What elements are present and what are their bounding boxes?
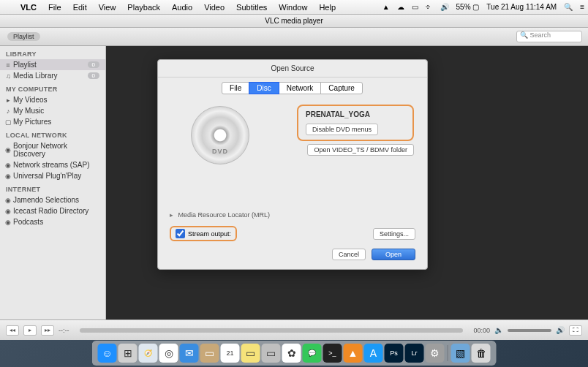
tab-disc[interactable]: Disc [249,82,279,94]
sidebar-section: INTERNET [0,181,105,194]
dock-preview[interactable]: ▭ [262,344,281,363]
sidebar-item[interactable]: ♫Media Library0 [0,70,105,81]
next-button[interactable]: ▸▸ [41,325,54,336]
volume-icon[interactable]: 🔊 [437,3,453,11]
menu-file[interactable]: File [42,3,67,12]
menu-extras-icon[interactable]: ≡ [576,3,588,11]
dvd-disc-icon: DVD [191,106,249,164]
sidebar-badge: 0 [88,72,99,79]
sidebar-item[interactable]: ◉Universal Plug'n'Play [0,170,105,181]
menu-view[interactable]: View [93,3,122,12]
sidebar-item[interactable]: ◉Jamendo Selections [0,194,105,205]
tab-capture[interactable]: Capture [320,82,363,94]
dock-settings[interactable]: ⚙ [426,344,445,363]
sidebar-icon: ◉ [4,162,12,169]
disc-info-box: PRENATAL_YOGA Disable DVD menus [297,105,414,141]
menubar: VLC FileEditViewPlaybackAudioVideoSubtit… [0,0,588,15]
sidebar-item[interactable]: ▸My Videos [0,94,105,105]
dock-safari[interactable]: 🧭 [139,344,158,363]
prev-button[interactable]: ◂◂ [6,325,19,336]
wifi-icon[interactable]: ᯤ [422,3,437,11]
datetime[interactable]: Tue 21 Aug 11:14 AM [483,3,560,11]
sidebar-item[interactable]: ▢My Pictures [0,116,105,127]
stream-output-checkbox[interactable]: Stream output: [170,226,237,241]
sidebar-label: Playlist [13,61,37,69]
sidebar-label: Icecast Radio Directory [13,207,88,215]
dock-folder[interactable]: ▧ [451,344,470,363]
sidebar: LIBRARY≡Playlist0♫Media Library0MY COMPU… [0,46,106,319]
menu-audio[interactable]: Audio [166,3,198,12]
dialog-tabs: FileDiscNetworkCapture [158,77,427,99]
tab-file[interactable]: File [222,82,249,94]
sidebar-item[interactable]: ◉Network streams (SAP) [0,159,105,170]
play-button[interactable]: ▸ [23,325,37,336]
sidebar-label: Network streams (SAP) [13,161,89,169]
sidebar-icon: ♪ [4,107,12,115]
cancel-button[interactable]: Cancel [332,249,366,260]
open-videots-folder-button[interactable]: Open VIDEO_TS / BDMV folder [307,144,414,156]
dock-messages[interactable]: 💬 [303,344,322,363]
fullscreen-button[interactable]: ⛶ [569,325,582,336]
dock-terminal[interactable]: >_ [323,344,342,363]
playback-controls: ◂◂ ▸ ▸▸ --:-- 00:00 🔈 🔊 ⛶ [0,319,588,340]
cloud-icon[interactable]: ☁ [393,3,408,11]
settings-button[interactable]: Settings... [373,228,415,240]
spotlight-icon[interactable]: 🔍 [560,3,576,11]
sidebar-item[interactable]: ≡Playlist0 [0,59,105,70]
disable-dvd-menus-button[interactable]: Disable DVD menus [306,124,378,135]
menu-window[interactable]: Window [273,3,313,12]
sidebar-section: LOCAL NETWORK [0,127,105,140]
dock-photoshop[interactable]: Ps [385,344,404,363]
dock-lightroom[interactable]: Lr [405,344,424,363]
dock-mail[interactable]: ✉ [180,344,199,363]
sidebar-label: My Pictures [13,118,51,126]
dock-chrome[interactable]: ◎ [159,344,178,363]
seek-bar[interactable] [80,328,464,333]
dock-trash[interactable]: 🗑 [472,344,491,363]
dock-photos[interactable]: ✿ [282,344,301,363]
menu-playback[interactable]: Playback [121,3,166,12]
app-menu[interactable]: VLC [15,3,42,12]
content-area: Open Source FileDiscNetworkCapture DVD P… [106,46,588,319]
disc-name: PRENATAL_YOGA [306,110,405,118]
search-input[interactable]: 🔍 Search [516,31,582,42]
menu-help[interactable]: Help [313,3,342,12]
menu-video[interactable]: Video [198,3,230,12]
sidebar-label: Universal Plug'n'Play [13,172,81,180]
status-icon[interactable]: ▲ [379,3,393,11]
dock-calendar[interactable]: 21 [221,344,240,363]
sidebar-item[interactable]: ◉Podcasts [0,216,105,227]
time-total: 00:00 [473,327,490,334]
volume-slider[interactable] [508,329,551,332]
sidebar-item[interactable]: ♪My Music [0,105,105,116]
menu-edit[interactable]: Edit [67,3,93,12]
tab-network[interactable]: Network [279,82,322,94]
dock-launchpad[interactable]: ⊞ [118,344,137,363]
dock-finder[interactable]: ☺ [98,344,117,363]
disclosure-triangle-icon: ▸ [170,211,173,219]
dock-notes[interactable]: ▭ [241,344,260,363]
dock-contacts[interactable]: ▭ [200,344,219,363]
dock: ☺⊞🧭◎✉▭21▭▭✿💬>_▲APsLr⚙▧🗑 [92,341,497,366]
dock-vlc[interactable]: ▲ [344,344,363,363]
battery-status[interactable]: 55% ▢ [453,3,483,11]
sidebar-item[interactable]: ◉Bonjour Network Discovery [0,140,105,159]
playlist-pill[interactable]: Playlist [7,32,40,41]
sidebar-icon: ◉ [4,146,12,154]
volume-high-icon: 🔊 [556,326,565,334]
open-button[interactable]: Open [372,249,415,260]
sidebar-icon: ▸ [4,97,12,104]
open-source-dialog: Open Source FileDiscNetworkCapture DVD P… [157,59,428,270]
sidebar-icon: ◉ [4,197,12,204]
sidebar-section: MY COMPUTER [0,81,105,94]
mrl-disclosure[interactable]: ▸ Media Resource Locator (MRL) [158,208,427,222]
sidebar-item[interactable]: ◉Icecast Radio Directory [0,205,105,216]
window-title: VLC media player [0,15,588,28]
sidebar-label: Podcasts [13,218,43,226]
display-icon[interactable]: ▭ [408,3,422,11]
sidebar-badge: 0 [88,61,99,68]
dock-appstore[interactable]: A [364,344,383,363]
sidebar-icon: ≡ [4,61,12,69]
sidebar-icon: ◉ [4,173,12,180]
menu-subtitles[interactable]: Subtitles [230,3,273,12]
